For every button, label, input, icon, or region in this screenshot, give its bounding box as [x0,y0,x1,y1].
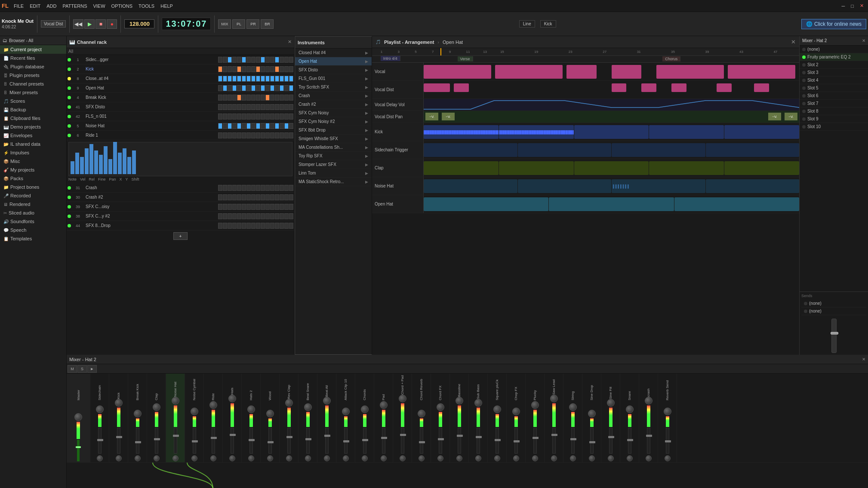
send-knob[interactable] [362,455,368,461]
channel-name[interactable]: Break Kick [84,95,217,100]
pan-knob[interactable] [266,410,274,417]
sidebar-item-sliced-audio[interactable]: ✂ Sliced audio [0,209,66,217]
channel-led[interactable] [68,105,71,109]
fx-slot-5[interactable]: Slot 5 [800,84,868,92]
step-btn[interactable] [289,185,293,191]
step-btn[interactable] [242,204,246,210]
step-btn[interactable] [284,57,289,63]
menu-tools[interactable]: TOOLS [136,3,157,9]
fader-handle[interactable] [381,437,387,439]
step-btn[interactable] [261,223,265,229]
step-btn[interactable] [270,223,274,229]
channel-name[interactable]: SFX Disto [84,104,217,109]
step-btn[interactable] [228,185,232,191]
pan-knob[interactable] [191,408,198,415]
mixer-item[interactable]: Stomper Lazer SFX ▶ [295,160,372,169]
pan-knob[interactable] [134,410,142,417]
rewind-button[interactable]: ◀◀ [73,19,83,29]
step-btn[interactable] [237,57,241,63]
step-btn[interactable] [256,95,260,101]
fader-handle[interactable] [343,440,349,442]
mixer-item[interactable]: Smigen Whistle SFX ▶ [295,135,372,143]
step-btn[interactable] [251,185,255,191]
stop-button[interactable]: ■ [95,19,106,29]
step-btn[interactable] [265,132,270,138]
step-btn[interactable] [280,95,284,101]
pan-knob[interactable] [626,405,634,413]
step-btn[interactable] [218,85,222,91]
step-btn[interactable] [261,132,265,138]
step-btn[interactable] [289,213,293,219]
step-btn[interactable] [223,76,227,82]
step-btn[interactable] [289,194,293,200]
channel-name[interactable]: Open Hat [84,86,217,90]
step-btn[interactable] [275,185,279,191]
step-btn[interactable] [218,114,222,120]
sidebar-item-demo-projects[interactable]: 🎹 Demo projects [0,123,66,131]
step-btn[interactable] [218,76,222,82]
sidebar-item-scores[interactable]: 🎵 Scores [0,97,66,105]
step-btn[interactable] [270,185,274,191]
step-btn[interactable] [265,204,270,210]
step-btn[interactable] [237,104,241,110]
step-btn[interactable] [228,66,232,72]
track-content[interactable]: ▐▐▐▐▐▐▐ [424,177,799,195]
step-btn[interactable] [223,223,227,229]
channel-led[interactable] [68,224,71,227]
step-btn[interactable] [265,185,270,191]
step-btn[interactable] [242,76,246,82]
step-btn[interactable] [232,57,237,63]
step-btn[interactable] [246,76,251,82]
fader-handle[interactable] [76,446,81,448]
pan-knob[interactable] [399,395,406,402]
step-btn[interactable] [251,123,255,129]
track-content[interactable]: ████████████████████████████████████ ███… [424,123,799,141]
step-btn[interactable] [246,104,251,110]
channel-name[interactable]: Noise Hat [84,123,217,128]
step-btn[interactable] [242,114,246,120]
step-btn[interactable] [284,223,289,229]
step-btn[interactable] [270,85,274,91]
send-knob[interactable] [532,455,538,461]
step-btn[interactable] [251,204,255,210]
step-btn[interactable] [256,123,260,129]
fx-slot-none[interactable]: (none) [800,46,868,53]
send-knob[interactable] [305,455,311,461]
pan-knob[interactable] [645,397,653,405]
step-btn[interactable] [289,104,293,110]
step-btn[interactable] [270,123,274,129]
step-btn[interactable] [289,76,293,82]
step-btn[interactable] [242,194,246,200]
track-content[interactable] [424,99,799,110]
send-knob[interactable] [172,455,179,461]
step-btn[interactable] [251,223,255,229]
track-content[interactable] [424,159,799,177]
channel-name[interactable]: SFX C...y #2 [84,214,217,218]
step-btn[interactable] [251,114,255,120]
channel-led[interactable] [68,215,71,218]
pan-knob[interactable] [153,403,160,411]
step-btn[interactable] [256,66,260,72]
step-btn[interactable] [242,104,246,110]
step-btn[interactable] [275,204,279,210]
step-btn[interactable] [256,114,260,120]
send-knob[interactable] [229,455,235,461]
step-btn[interactable] [280,185,284,191]
fader-handle[interactable] [305,438,311,440]
pan-knob[interactable] [474,399,482,407]
step-btn[interactable] [284,123,289,129]
step-btn[interactable] [246,132,251,138]
fader-handle[interactable] [268,441,274,443]
step-btn[interactable] [280,114,284,120]
fader-handle[interactable] [495,439,501,441]
step-btn[interactable] [237,95,241,101]
step-btn[interactable] [270,104,274,110]
mixer-ctrl-btn[interactable]: ► [87,365,97,373]
step-btn[interactable] [261,57,265,63]
step-btn[interactable] [270,204,274,210]
step-btn[interactable] [237,76,241,82]
step-btn[interactable] [232,213,237,219]
step-btn[interactable] [251,95,255,101]
step-btn[interactable] [280,194,284,200]
play-button[interactable]: ▶ [84,19,95,29]
